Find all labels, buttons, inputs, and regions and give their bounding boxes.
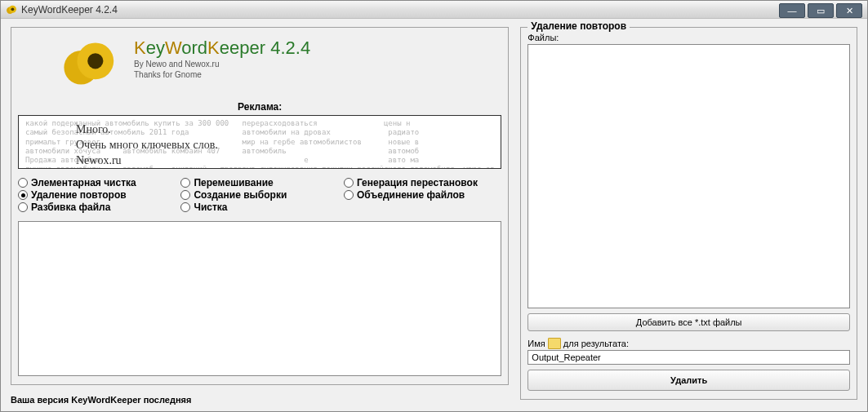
mode-radio-group: Элементарная чистка Перемешивание Генера… bbox=[18, 177, 501, 213]
output-suffix: для результата: bbox=[563, 339, 629, 348]
radio-remove-duplicates[interactable]: Удаление повторов bbox=[18, 189, 176, 201]
brand-thanks: Thanks for Gnome bbox=[134, 69, 310, 80]
app-window: KeyWordKeeper 4.2.4 — ▭ ✕ KeyWordKeeper … bbox=[0, 0, 868, 412]
ad-banner[interactable]: какой подержанный автомобиль купить за 3… bbox=[18, 115, 501, 169]
add-txt-files-button[interactable]: Добавить все *.txt файлы bbox=[527, 313, 850, 331]
radio-clean[interactable]: Чистка bbox=[180, 202, 338, 213]
right-panel: Удаление повторов Файлы: Добавить все *.… bbox=[520, 27, 857, 405]
output-prefix: Имя bbox=[527, 339, 545, 348]
radio-split-file[interactable]: Разбивка файла bbox=[18, 202, 176, 213]
right-legend: Удаление повторов bbox=[527, 20, 630, 32]
status-text: Ваша версия KeyWordKeeper последняя bbox=[11, 390, 509, 405]
client-area: KeyWordKeeper 4.2.4 By Newo and Newox.ru… bbox=[1, 19, 867, 411]
radio-shuffle[interactable]: Перемешивание bbox=[180, 177, 338, 188]
log-textarea[interactable] bbox=[18, 221, 501, 376]
files-listbox[interactable] bbox=[527, 44, 850, 308]
left-panel: KeyWordKeeper 4.2.4 By Newo and Newox.ru… bbox=[11, 27, 509, 405]
maximize-button[interactable]: ▭ bbox=[808, 3, 834, 18]
radio-elementary-clean[interactable]: Элементарная чистка bbox=[18, 177, 176, 188]
output-folder-input[interactable] bbox=[527, 350, 850, 365]
delete-button[interactable]: Удалить bbox=[527, 370, 850, 391]
window-controls: — ▭ ✕ bbox=[779, 0, 867, 18]
minimize-button[interactable]: — bbox=[779, 3, 805, 18]
title-bar[interactable]: KeyWordKeeper 4.2.4 bbox=[1, 1, 867, 19]
radio-sampling[interactable]: Создание выборки bbox=[180, 189, 338, 201]
folder-icon bbox=[548, 338, 561, 349]
brand-title: KeyWordKeeper 4.2.4 bbox=[134, 38, 310, 59]
brand-block: KeyWordKeeper 4.2.4 By Newo and Newox.ru… bbox=[18, 33, 501, 98]
files-label: Файлы: bbox=[527, 33, 850, 42]
brand-byline: By Newo and Newox.ru bbox=[134, 59, 310, 69]
remove-duplicates-fieldset: Удаление повторов Файлы: Добавить все *.… bbox=[520, 27, 857, 400]
logo-icon bbox=[59, 38, 124, 91]
svg-point-2 bbox=[11, 7, 15, 11]
main-fieldset: KeyWordKeeper 4.2.4 By Newo and Newox.ru… bbox=[11, 27, 509, 385]
radio-merge-files[interactable]: Объединение файлов bbox=[344, 189, 501, 201]
svg-point-5 bbox=[87, 53, 103, 69]
brand-text: KeyWordKeeper 4.2.4 By Newo and Newox.ru… bbox=[134, 38, 310, 80]
output-folder-row: Имя для результата: bbox=[527, 338, 850, 365]
ad-label: Реклама: bbox=[18, 101, 501, 113]
close-button[interactable]: ✕ bbox=[836, 3, 862, 18]
app-icon bbox=[6, 4, 17, 16]
window-title: KeyWordKeeper 4.2.4 bbox=[21, 4, 118, 16]
radio-permutations[interactable]: Генерация перестановок bbox=[344, 177, 501, 188]
ad-overlay-text: Много. Очень много ключевых слов. Newox.… bbox=[76, 122, 218, 169]
